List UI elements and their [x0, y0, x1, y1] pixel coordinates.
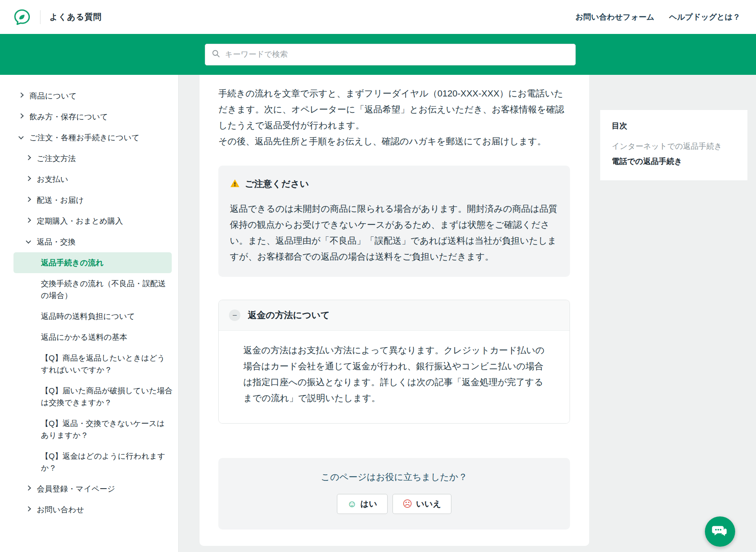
- smile-face-icon: ☺: [347, 499, 357, 509]
- sidebar-item-label: ご注文方法: [37, 153, 76, 164]
- category-sidebar: 商品について 飲み方・保存について ご注文・各種お手続きについて ご注文方法 お…: [0, 75, 179, 552]
- caution-title: ご注意ください: [245, 178, 309, 190]
- sidebar-item-orders[interactable]: ご注文・各種お手続きについて: [0, 127, 178, 148]
- sidebar-item-shipping[interactable]: 配送・お届け: [0, 190, 178, 211]
- toc-item-phone-return[interactable]: 電話での返品手続き: [612, 154, 736, 169]
- article-paragraph: 手続きの流れを文章で示すと、まずフリーダイヤル（0120-XXX-XXX）にお電…: [218, 85, 570, 133]
- sidebar-item-exchange-procedure[interactable]: 交換手続きの流れ（不良品・誤配送の場合）: [0, 273, 178, 306]
- sidebar-item-label: ご注文・各種お手続きについて: [29, 132, 139, 144]
- refund-accordion: − 返金の方法について 返金の方法はお支払い方法によって異なります。クレジットカ…: [218, 300, 570, 424]
- sidebar-item-products[interactable]: 商品について: [0, 85, 178, 106]
- sidebar-item-label: 【Q】届いた商品が破損していた場合は交換できますか？: [41, 385, 173, 408]
- sidebar-item-q-non-returnable[interactable]: 【Q】返品・交換できないケースはありますか？: [0, 413, 178, 446]
- topbar-nav: お問い合わせフォーム ヘルプドッグとは？: [575, 12, 740, 22]
- sidebar-item-contact[interactable]: お問い合わせ: [0, 499, 178, 520]
- sidebar-item-label: お支払い: [37, 173, 68, 185]
- chevron-right-icon: [26, 197, 31, 202]
- search-input[interactable]: [225, 50, 569, 59]
- sidebar-item-return-shipping-basics[interactable]: 返品にかかる送料の基本: [0, 327, 178, 348]
- sidebar-item-label: 定期購入・おまとめ購入: [37, 215, 123, 227]
- feedback-question: このページはお役に立ちましたか？: [218, 471, 570, 483]
- sidebar-item-return-procedure-active[interactable]: 返品手続きの流れ: [13, 252, 172, 273]
- toc-title: 目次: [612, 121, 736, 131]
- sidebar-item-subscription[interactable]: 定期購入・おまとめ購入: [0, 211, 178, 231]
- accordion-toggle[interactable]: − 返金の方法について: [219, 300, 570, 331]
- sidebar-item-q-how-to-return[interactable]: 【Q】商品を返品したいときはどうすればいいですか？: [0, 348, 178, 380]
- toc-item-internet-return[interactable]: インターネットでの返品手続き: [612, 139, 736, 154]
- sidebar-item-label: お問い合わせ: [37, 504, 84, 516]
- chevron-right-icon: [26, 155, 31, 160]
- sidebar-item-membership[interactable]: 会員登録・マイページ: [0, 478, 178, 499]
- search-icon: [212, 49, 220, 59]
- sidebar-item-label: 返品手続きの流れ: [41, 257, 103, 269]
- chevron-down-icon: [26, 238, 31, 244]
- feedback-buttons: ☺ はい ☹ いいえ: [337, 494, 451, 514]
- sidebar-item-label: 【Q】返金はどのように行われますか？: [41, 450, 173, 474]
- sidebar-item-usage-storage[interactable]: 飲み方・保存について: [0, 106, 178, 127]
- chat-widget-button[interactable]: [705, 516, 735, 547]
- chat-bubbles-icon: [711, 523, 729, 541]
- top-bar: よくある質問 お問い合わせフォーム ヘルプドッグとは？: [0, 0, 756, 34]
- toc-column: 目次 インターネットでの返品手続き 電話での返品手続き: [590, 75, 756, 552]
- caution-box: ご注意ください 返品できるのは未開封の商品に限られる場合があります。開封済みの商…: [218, 166, 570, 277]
- sidebar-item-label: 返品時の送料負担について: [41, 310, 135, 322]
- accordion-body-text: 返金の方法はお支払い方法によって異なります。クレジットカード払いの場合はカード会…: [243, 342, 552, 406]
- site-title: よくある質問: [49, 11, 102, 22]
- sidebar-item-label: 返品にかかる送料の基本: [41, 331, 127, 343]
- feedback-no-button[interactable]: ☹ いいえ: [393, 494, 451, 514]
- about-helpdog-link[interactable]: ヘルプドッグとは？: [669, 12, 740, 22]
- chevron-right-icon: [26, 176, 31, 181]
- sidebar-item-label: 配送・お届け: [37, 194, 84, 206]
- sidebar-item-payment[interactable]: お支払い: [0, 169, 178, 190]
- feedback-no-label: いいえ: [416, 498, 441, 509]
- article-paragraph: その後、返品先住所と手順をお伝えし、確認のハガキを郵送にてお届けします。: [218, 133, 570, 149]
- search-box[interactable]: [205, 44, 576, 65]
- sidebar-item-label: 商品について: [29, 90, 77, 102]
- chevron-right-icon: [26, 485, 31, 491]
- divider: [40, 10, 40, 24]
- sidebar-item-return-shipping-burden[interactable]: 返品時の送料負担について: [0, 306, 178, 327]
- feedback-yes-label: はい: [361, 498, 377, 509]
- sidebar-item-label: 会員登録・マイページ: [37, 483, 115, 495]
- accordion-body: 返金の方法はお支払い方法によって異なります。クレジットカード払いの場合はカード会…: [219, 331, 570, 423]
- article-card: 手続きの流れを文章で示すと、まずフリーダイヤル（0120-XXX-XXX）にお電…: [200, 75, 589, 546]
- sidebar-item-label: 返品・交換: [37, 236, 76, 248]
- sidebar-item-q-damaged-item[interactable]: 【Q】届いた商品が破損していた場合は交換できますか？: [0, 380, 178, 413]
- sidebar-item-returns-exchange[interactable]: 返品・交換: [0, 231, 178, 252]
- sidebar-item-label: 飲み方・保存について: [29, 111, 108, 123]
- feedback-yes-button[interactable]: ☺ はい: [337, 494, 387, 514]
- main-column: 手続きの流れを文章で示すと、まずフリーダイヤル（0120-XXX-XXX）にお電…: [179, 75, 590, 552]
- chevron-right-icon: [18, 92, 24, 98]
- chevron-right-icon: [18, 113, 24, 119]
- contact-form-link[interactable]: お問い合わせフォーム: [575, 12, 654, 22]
- chevron-right-icon: [26, 506, 31, 512]
- chevron-right-icon: [26, 218, 31, 223]
- toc-card: 目次 インターネットでの返品手続き 電話での返品手続き: [600, 110, 747, 180]
- feedback-box: このページはお役に立ちましたか？ ☺ はい ☹ いいえ: [218, 458, 570, 530]
- warning-icon: [230, 178, 240, 190]
- brand-logo-icon[interactable]: [13, 8, 31, 26]
- caution-body: 返品できるのは未開封の商品に限られる場合があります。開封済みの商品は品質保持の観…: [230, 201, 559, 265]
- page-body: 商品について 飲み方・保存について ご注文・各種お手続きについて ご注文方法 お…: [0, 75, 756, 552]
- accordion-title: 返金の方法について: [248, 309, 330, 321]
- search-bar: [0, 34, 756, 75]
- collapse-minus-icon: −: [229, 310, 240, 321]
- sidebar-item-label: 【Q】返品・交換できないケースはありますか？: [41, 417, 173, 441]
- sidebar-item-label: 交換手続きの流れ（不良品・誤配送の場合）: [41, 278, 173, 301]
- caution-header: ご注意ください: [230, 178, 559, 190]
- chevron-down-icon: [18, 134, 24, 139]
- sidebar-item-q-refund-method[interactable]: 【Q】返金はどのように行われますか？: [0, 446, 178, 478]
- sidebar-item-how-to-order[interactable]: ご注文方法: [0, 148, 178, 169]
- sidebar-item-label: 【Q】商品を返品したいときはどうすればいいですか？: [41, 352, 173, 376]
- frown-face-icon: ☹: [403, 499, 413, 509]
